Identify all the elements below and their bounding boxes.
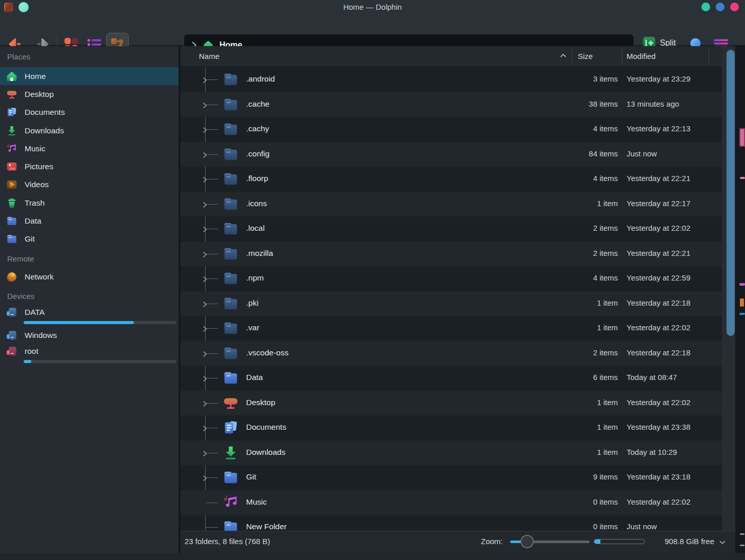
column-separator[interactable] bbox=[709, 48, 709, 65]
folder-hidden-icon bbox=[222, 270, 239, 287]
free-space-label: 908.8 GiB free bbox=[656, 537, 714, 546]
expander-chevron-icon[interactable] bbox=[202, 201, 208, 208]
expander-chevron-icon[interactable] bbox=[202, 474, 208, 481]
file-modified: Just now bbox=[627, 522, 657, 531]
sidebar-item-home[interactable]: Home bbox=[0, 67, 178, 85]
expander-chevron-icon[interactable] bbox=[202, 151, 208, 158]
expander-chevron-icon[interactable] bbox=[202, 350, 208, 357]
downloads-icon bbox=[6, 125, 18, 137]
file-modified: Yesterday at 22:02 bbox=[627, 398, 691, 407]
column-separator[interactable] bbox=[572, 48, 572, 65]
expander-chevron-icon[interactable] bbox=[202, 251, 208, 257]
file-row[interactable]: .var 1 item Yesterday at 22:02 bbox=[180, 316, 722, 341]
file-row[interactable]: .android 3 items Yesterday at 23:29 bbox=[180, 67, 722, 92]
file-row[interactable]: .pki 1 item Yesterday at 22:18 bbox=[180, 291, 722, 316]
file-name: .mozilla bbox=[246, 249, 273, 258]
file-size: 4 items bbox=[514, 273, 618, 282]
sort-ascending-icon bbox=[560, 53, 567, 58]
file-row[interactable]: .npm 4 items Yesterday at 22:59 bbox=[180, 266, 722, 291]
zoom-slider[interactable] bbox=[510, 541, 590, 543]
zoom-slider-handle[interactable] bbox=[520, 535, 534, 548]
sidebar-item-music[interactable]: Music bbox=[0, 139, 178, 157]
window-maximize-button[interactable] bbox=[716, 3, 724, 11]
file-size: 1 item bbox=[514, 298, 618, 307]
scrollbar-track[interactable] bbox=[722, 46, 735, 553]
column-separator[interactable] bbox=[622, 48, 622, 65]
file-modified: Yesterday at 22:02 bbox=[627, 323, 691, 332]
expander-chevron-icon[interactable] bbox=[202, 76, 208, 83]
sidebar-item-root[interactable]: root bbox=[0, 344, 178, 358]
file-row[interactable]: Downloads 1 item Today at 10:29 bbox=[180, 441, 722, 466]
sidebar-item-documents[interactable]: Documents bbox=[0, 104, 178, 122]
file-modified: 13 minutes ago bbox=[627, 99, 679, 108]
file-name: .android bbox=[246, 74, 275, 84]
file-row[interactable]: .cachy 4 items Yesterday at 22:13 bbox=[180, 117, 722, 142]
list-header: Name Size Modified bbox=[180, 46, 722, 67]
free-space-dropdown-icon[interactable] bbox=[719, 540, 726, 545]
file-row[interactable]: Documents 1 item Yesterday at 23:38 bbox=[180, 415, 722, 441]
file-list: .android 3 items Yesterday at 23:29 .cac… bbox=[180, 67, 722, 531]
expander-chevron-icon[interactable] bbox=[202, 176, 208, 183]
sidebar-item-label: Documents bbox=[25, 108, 65, 117]
expander-chevron-icon[interactable] bbox=[202, 375, 208, 382]
folder-hidden-icon bbox=[222, 96, 239, 113]
sidebar-item-data[interactable]: Data bbox=[0, 212, 178, 230]
expander-chevron-icon[interactable] bbox=[202, 102, 208, 108]
file-name: .cachy bbox=[246, 124, 269, 133]
sidebar-item-label: Home bbox=[25, 72, 46, 81]
window-close-button[interactable] bbox=[730, 3, 739, 11]
file-row[interactable]: New Folder 0 items Just now bbox=[180, 515, 722, 531]
folder-hidden-icon bbox=[222, 245, 239, 263]
sidebar-item-network[interactable]: Network bbox=[0, 268, 178, 286]
file-row[interactable]: Git 9 items Yesterday at 23:18 bbox=[180, 465, 722, 490]
window-minimize-button[interactable] bbox=[701, 3, 710, 11]
file-row[interactable]: .vscode-oss 2 items Yesterday at 22:18 bbox=[180, 341, 722, 366]
file-row[interactable]: Music 0 items Yesterday at 22:02 bbox=[180, 490, 722, 515]
folder-hidden-icon bbox=[222, 220, 239, 237]
expander-chevron-icon[interactable] bbox=[202, 425, 208, 431]
sidebar-item-downloads[interactable]: Downloads bbox=[0, 122, 178, 139]
file-modified: Yesterday at 22:21 bbox=[627, 249, 691, 257]
expander-chevron-icon[interactable] bbox=[202, 400, 208, 407]
pictures-icon bbox=[6, 161, 18, 173]
places-panel: PlacesHomeDesktopDocumentsDownloadsMusic… bbox=[0, 46, 179, 553]
file-row[interactable]: .floorp 4 items Yesterday at 22:21 bbox=[180, 167, 722, 192]
file-row[interactable]: .mozilla 2 items Yesterday at 22:21 bbox=[180, 242, 722, 267]
expander-chevron-icon[interactable] bbox=[202, 126, 208, 133]
scrollbar-thumb[interactable] bbox=[727, 50, 735, 336]
file-row[interactable]: .config 84 items Just now bbox=[180, 142, 722, 167]
file-row[interactable]: Desktop 1 item Yesterday at 22:02 bbox=[180, 391, 722, 416]
sidebar-item-pictures[interactable]: Pictures bbox=[0, 157, 178, 175]
file-modified: Yesterday at 22:59 bbox=[627, 273, 691, 282]
column-header-size[interactable]: Size bbox=[578, 52, 593, 61]
sidebar-item-label: Videos bbox=[25, 180, 49, 189]
drive-windows-icon bbox=[6, 329, 18, 342]
sidebar-item-label: Desktop bbox=[25, 90, 54, 99]
expander-chevron-icon[interactable] bbox=[202, 275, 208, 282]
section-header-devices: Devices bbox=[0, 286, 178, 305]
sidebar-item-trash[interactable]: Trash bbox=[0, 194, 178, 212]
sidebar-item-label: Windows bbox=[25, 331, 57, 340]
file-name: Documents bbox=[246, 423, 286, 432]
sidebar-item-data[interactable]: DATA bbox=[0, 305, 178, 319]
sidebar-item-desktop[interactable]: Desktop bbox=[0, 85, 178, 103]
file-row[interactable]: .local 2 items Yesterday at 22:02 bbox=[180, 216, 722, 242]
expander-chevron-icon[interactable] bbox=[202, 226, 208, 232]
file-modified: Yesterday at 23:38 bbox=[627, 423, 691, 431]
expander-chevron-icon[interactable] bbox=[202, 325, 208, 332]
expander-chevron-icon[interactable] bbox=[202, 301, 208, 307]
file-size: 0 items bbox=[514, 522, 618, 531]
sidebar-item-windows[interactable]: Windows bbox=[0, 327, 178, 344]
desktop-icon bbox=[222, 394, 239, 412]
file-row[interactable]: Data 6 items Today at 08:47 bbox=[180, 366, 722, 391]
sidebar-item-videos[interactable]: Videos bbox=[0, 176, 178, 194]
sidebar-item-git[interactable]: Git bbox=[0, 230, 178, 248]
expander-chevron-icon[interactable] bbox=[202, 450, 208, 456]
column-header-name[interactable]: Name bbox=[199, 52, 219, 61]
column-header-modified[interactable]: Modified bbox=[627, 52, 656, 61]
file-size: 6 items bbox=[514, 373, 618, 382]
file-row[interactable]: .icons 1 item Yesterday at 22:17 bbox=[180, 192, 722, 217]
file-size: 2 items bbox=[514, 249, 618, 257]
file-modified: Yesterday at 22:02 bbox=[627, 497, 691, 506]
file-row[interactable]: .cache 38 items 13 minutes ago bbox=[180, 92, 722, 117]
